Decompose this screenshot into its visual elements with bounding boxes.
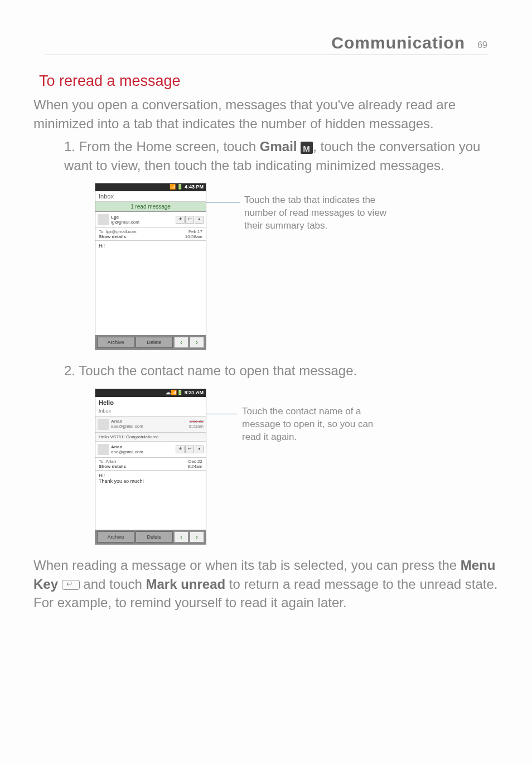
avatar-2 <box>98 419 109 430</box>
next-button-2[interactable]: › <box>190 531 204 543</box>
callout-line-1 <box>206 202 240 202</box>
inbox-label: Inbox <box>95 191 206 202</box>
bottom-toolbar: Archive Delete ‹ › <box>95 335 206 350</box>
step1-prefix: 1. From the Home screen, touch <box>64 139 260 154</box>
avatar-3 <box>98 444 109 455</box>
step-1: 1. From the Home screen, touch Gmail , t… <box>64 137 499 175</box>
to-address-2: To: Arian <box>99 459 126 464</box>
section-title: To reread a message <box>39 72 499 90</box>
msg-date-2: Dec 22 <box>187 459 202 464</box>
star-button-2[interactable]: ★ <box>176 446 185 453</box>
avatar <box>98 214 109 225</box>
contact-name-2: Arian <box>111 444 176 449</box>
status-bar-2: ☁📶🔋 9:31 AM <box>95 389 206 397</box>
callout-line-2 <box>206 414 238 414</box>
status-time: 4:43 PM <box>185 184 204 190</box>
congrats-text: Hello VS761! Congratulations! <box>95 433 206 442</box>
footer-paragraph: When reading a message or when its tab i… <box>33 556 499 612</box>
contact-time-1: 9:23am <box>188 424 204 429</box>
msg-time-2: 9:24am <box>187 464 202 469</box>
star-button[interactable]: ★ <box>176 216 185 224</box>
next-button[interactable]: › <box>190 337 204 348</box>
prev-button[interactable]: ‹ <box>174 337 188 348</box>
msg-date: Feb 17 <box>185 229 202 234</box>
message-header-row: Lgc lg@gmail.com ★ ↩ ◂ <box>95 212 206 228</box>
intro-paragraph: When you open a conversation, messages t… <box>33 95 499 133</box>
collapsed-message[interactable]: Arian aaa@gmail.com Dec 22 9:23am <box>95 417 206 433</box>
read-message-tab[interactable]: 1 read message <box>95 202 206 212</box>
callout-text-1: Touch the tab that indicates the number … <box>244 194 400 233</box>
gmail-icon <box>301 142 313 154</box>
message-body-2: Hi! Thank you so much! <box>95 471 206 486</box>
mark-unread-label: Mark unread <box>146 577 225 592</box>
contact-date-1: Dec 22 <box>188 419 204 424</box>
show-details-link[interactable]: Show details <box>99 234 137 239</box>
contact-email-1: aaa@gmail.com <box>111 424 188 429</box>
status-time-2: 9:31 AM <box>185 390 204 395</box>
page-header-title: Communication <box>331 33 465 52</box>
screenshot-2-container: ☁📶🔋 9:31 AM Hello Inbox Arian aaa@gmail.… <box>95 389 499 545</box>
callout-text-2: Touch the contact name of a message to o… <box>242 405 387 444</box>
menu-key-icon <box>62 580 80 590</box>
footer-prefix: When reading a message or when its tab i… <box>33 558 461 573</box>
reply-button-2[interactable]: ↩ <box>185 446 194 453</box>
msg-time: 10:58am <box>185 234 202 239</box>
phone-screenshot-1: 📶 🔋 4:43 PM Inbox 1 read message Lgc lg@… <box>95 183 206 350</box>
sender-email: lg@gmail.com <box>111 220 176 225</box>
page-number: 69 <box>477 40 487 50</box>
dropdown-button-2[interactable]: ◂ <box>195 446 204 453</box>
contact-name-1: Arian <box>111 419 188 424</box>
header-divider <box>45 55 487 55</box>
status-bar: 📶 🔋 4:43 PM <box>95 183 206 191</box>
contact-email-2: aaa@gmail.com <box>111 449 176 454</box>
show-details-link-2[interactable]: Show details <box>99 464 126 469</box>
delete-button-2[interactable]: Delete <box>136 531 173 543</box>
prev-button-2[interactable]: ‹ <box>174 531 188 543</box>
hello-title: Hello <box>95 397 206 408</box>
message-body: Hi! <box>95 241 206 251</box>
inbox-label-2: Inbox <box>95 408 206 417</box>
dropdown-button[interactable]: ◂ <box>195 216 204 224</box>
footer-mid: and touch <box>80 577 146 592</box>
gmail-label: Gmail <box>260 139 297 154</box>
to-line: To: lgx@gmail.com Show details Feb 17 10… <box>95 228 206 241</box>
archive-button-2[interactable]: Archive <box>97 531 134 543</box>
to-address: To: lgx@gmail.com <box>99 229 137 234</box>
sender-name: Lgc <box>111 215 176 220</box>
reply-button[interactable]: ↩ <box>185 216 194 224</box>
delete-button[interactable]: Delete <box>136 337 173 348</box>
expanded-message-header: Arian aaa@gmail.com ★ ↩ ◂ <box>95 442 206 458</box>
archive-button[interactable]: Archive <box>97 337 134 348</box>
bottom-toolbar-2: Archive Delete ‹ › <box>95 530 206 544</box>
phone-screenshot-2: ☁📶🔋 9:31 AM Hello Inbox Arian aaa@gmail.… <box>95 389 206 545</box>
to-line-2: To: Arian Show details Dec 22 9:24am <box>95 458 206 471</box>
screenshot-1-container: 📶 🔋 4:43 PM Inbox 1 read message Lgc lg@… <box>95 183 499 350</box>
step-2: 2. Touch the contact name to open that m… <box>64 361 499 380</box>
